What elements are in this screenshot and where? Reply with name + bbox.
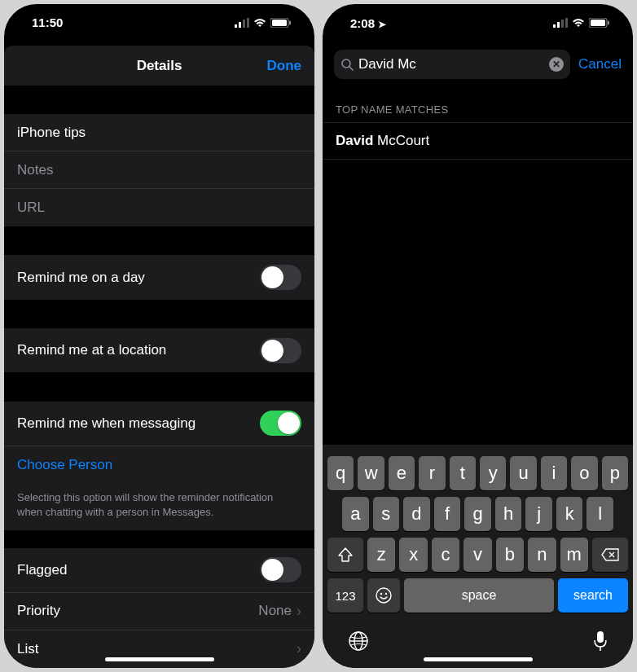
messaging-footer-note: Selecting this option will show the remi… — [4, 484, 314, 530]
key-s[interactable]: s — [373, 497, 400, 531]
section-gap — [4, 300, 314, 328]
key-y[interactable]: y — [480, 456, 506, 490]
keyboard-row-1: q w e r t y u i o p — [327, 456, 628, 490]
svg-rect-24 — [597, 631, 604, 643]
search-icon — [340, 58, 354, 71]
home-indicator[interactable] — [105, 657, 214, 661]
status-time: 11:50 — [32, 15, 63, 29]
remind-location-toggle[interactable] — [260, 338, 301, 363]
notes-field[interactable]: Notes — [4, 152, 314, 189]
cellular-icon — [235, 18, 249, 28]
key-i[interactable]: i — [541, 456, 567, 490]
wifi-icon — [572, 18, 585, 28]
svg-point-20 — [385, 593, 387, 595]
phone-right-search: 2:08 ➤ ✕ Cancel TOP NAME MATCHES David M… — [323, 4, 633, 668]
mic-icon[interactable] — [593, 630, 608, 657]
key-z[interactable]: z — [367, 538, 395, 572]
key-q[interactable]: q — [327, 456, 354, 490]
key-m[interactable]: m — [560, 538, 588, 572]
key-space[interactable]: space — [404, 578, 554, 613]
remind-day-toggle[interactable] — [260, 265, 301, 290]
key-delete[interactable] — [592, 538, 628, 572]
key-p[interactable]: p — [602, 456, 628, 490]
key-b[interactable]: b — [496, 538, 524, 572]
key-o[interactable]: o — [571, 456, 597, 490]
search-box[interactable]: ✕ — [334, 50, 570, 79]
url-placeholder: URL — [17, 200, 45, 216]
notes-placeholder: Notes — [17, 162, 53, 178]
key-l[interactable]: l — [586, 497, 613, 531]
priority-label: Priority — [17, 603, 60, 619]
key-t[interactable]: t — [450, 456, 476, 490]
url-field[interactable]: URL — [4, 189, 314, 226]
key-a[interactable]: a — [342, 497, 369, 531]
key-g[interactable]: g — [464, 497, 491, 531]
svg-rect-3 — [247, 18, 249, 28]
remind-day-row: Remind me on a day — [4, 255, 314, 299]
match-rest: McCourt — [373, 133, 429, 148]
choose-person-label: Choose Person — [17, 457, 112, 473]
key-shift[interactable] — [327, 538, 363, 572]
priority-value: None — [258, 603, 292, 619]
choose-person-button[interactable]: Choose Person — [4, 446, 314, 484]
key-search[interactable]: search — [558, 578, 628, 613]
key-emoji[interactable] — [367, 578, 400, 613]
home-indicator[interactable] — [424, 657, 533, 661]
svg-rect-2 — [243, 20, 245, 28]
svg-rect-7 — [553, 24, 556, 28]
search-input[interactable] — [358, 56, 544, 72]
battery-icon — [589, 18, 610, 28]
list-row[interactable]: List › — [4, 630, 314, 668]
emoji-icon — [375, 586, 393, 604]
location-arrow-icon: ➤ — [378, 19, 386, 30]
svg-rect-13 — [608, 21, 609, 25]
svg-rect-6 — [289, 20, 291, 24]
remind-messaging-row: Remind me when messaging — [4, 402, 314, 446]
match-bold: David — [336, 133, 373, 148]
svg-rect-8 — [557, 22, 560, 28]
title-field[interactable]: iPhone tips — [4, 114, 314, 152]
key-c[interactable]: c — [432, 538, 459, 572]
contact-match-row[interactable]: David McCourt — [323, 122, 633, 160]
keyboard-bottom-bar — [325, 619, 630, 663]
clear-search-button[interactable]: ✕ — [549, 57, 564, 72]
modal-header: Details Done — [4, 46, 314, 86]
keyboard-row-2: a s d f g h j k l — [327, 497, 628, 531]
key-x[interactable]: x — [399, 538, 427, 572]
cellular-icon — [553, 18, 568, 28]
cancel-button[interactable]: Cancel — [578, 56, 622, 72]
title-text: iPhone tips — [17, 125, 86, 141]
flagged-toggle[interactable] — [260, 557, 301, 582]
section-gap — [4, 530, 314, 548]
key-w[interactable]: w — [358, 456, 384, 490]
keyboard-row-3: z x c v b n m — [327, 538, 628, 572]
remind-day-label: Remind me on a day — [17, 270, 145, 286]
done-button[interactable]: Done — [267, 58, 302, 74]
key-r[interactable]: r — [419, 456, 445, 490]
svg-rect-0 — [235, 24, 237, 28]
flagged-row: Flagged — [4, 548, 314, 593]
key-numbers[interactable]: 123 — [327, 578, 363, 613]
key-u[interactable]: u — [510, 456, 536, 490]
remind-messaging-label: Remind me when messaging — [17, 415, 195, 432]
key-d[interactable]: d — [403, 497, 430, 531]
key-h[interactable]: h — [495, 497, 522, 531]
search-header: ✕ Cancel — [323, 42, 633, 87]
list-label: List — [17, 641, 38, 657]
priority-row[interactable]: Priority None › — [4, 593, 314, 630]
key-k[interactable]: k — [556, 497, 583, 531]
status-time: 2:08 ➤ — [350, 16, 386, 30]
key-j[interactable]: j — [525, 497, 552, 531]
key-e[interactable]: e — [389, 456, 415, 490]
key-v[interactable]: v — [463, 538, 491, 572]
globe-icon[interactable] — [348, 630, 369, 657]
key-n[interactable]: n — [528, 538, 556, 572]
svg-rect-12 — [591, 20, 605, 26]
svg-rect-10 — [565, 18, 568, 28]
keyboard: q w e r t y u i o p a s d f g h j k l z — [323, 445, 633, 668]
key-f[interactable]: f — [434, 497, 461, 531]
status-bar: 2:08 ➤ — [323, 4, 633, 42]
svg-point-18 — [376, 588, 391, 603]
remind-location-row: Remind me at a location — [4, 328, 314, 372]
remind-messaging-toggle[interactable] — [260, 411, 301, 436]
